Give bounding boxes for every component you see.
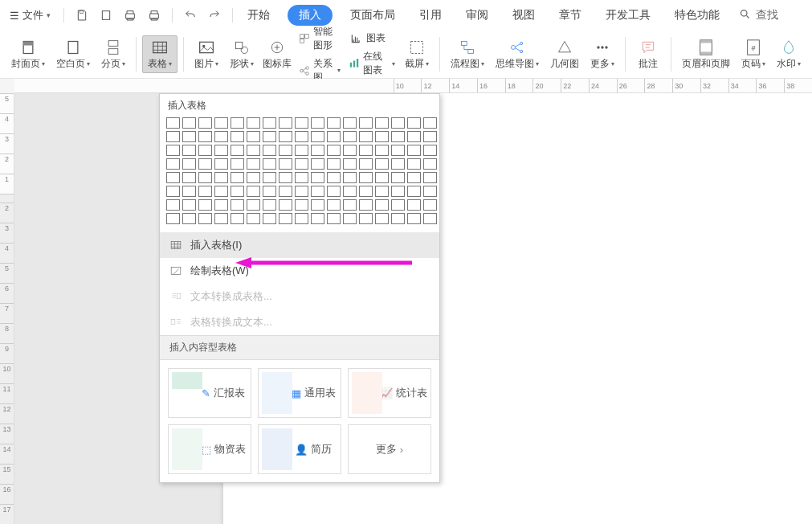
grid-cell[interactable] (279, 117, 292, 129)
grid-cell[interactable] (198, 131, 212, 142)
redo-icon[interactable] (205, 6, 224, 25)
grid-cell[interactable] (423, 158, 437, 170)
grid-cell[interactable] (231, 172, 244, 183)
document-canvas[interactable]: 插入表格 插入表格(I) 绘制表格(W) 文本转换成表格... 表格转换成文本.… (14, 93, 812, 524)
grid-cell[interactable] (279, 172, 292, 183)
grid-cell[interactable] (311, 199, 324, 211)
geometry-button[interactable]: 几何图 (545, 36, 584, 72)
grid-cell[interactable] (295, 186, 308, 197)
grid-cell[interactable] (423, 131, 437, 142)
grid-cell[interactable] (311, 131, 324, 142)
tab-special[interactable]: 特色功能 (668, 5, 726, 26)
grid-cell[interactable] (391, 199, 405, 211)
tab-developer[interactable]: 开发工具 (599, 5, 657, 26)
grid-cell[interactable] (214, 172, 228, 183)
grid-cell[interactable] (327, 131, 341, 142)
grid-cell[interactable] (311, 145, 324, 156)
tab-chapter[interactable]: 章节 (553, 5, 588, 26)
grid-cell[interactable] (327, 158, 341, 170)
grid-cell[interactable] (391, 131, 405, 142)
grid-cell[interactable] (423, 172, 437, 183)
grid-cell[interactable] (407, 213, 421, 224)
search-box[interactable]: 查找 (731, 5, 786, 26)
grid-cell[interactable] (295, 213, 308, 224)
tab-start[interactable]: 开始 (241, 5, 276, 26)
grid-cell[interactable] (263, 131, 276, 142)
grid-cell[interactable] (231, 158, 244, 170)
tab-references[interactable]: 引用 (413, 5, 448, 26)
grid-cell[interactable] (198, 199, 212, 211)
grid-cell[interactable] (359, 117, 373, 129)
screenshot-button[interactable]: 截屏▾ (400, 36, 434, 72)
grid-cell[interactable] (391, 186, 405, 197)
grid-cell[interactable] (231, 117, 244, 129)
grid-cell[interactable] (166, 145, 180, 156)
grid-cell[interactable] (295, 158, 308, 170)
grid-cell[interactable] (263, 158, 276, 170)
grid-cell[interactable] (166, 199, 180, 211)
grid-cell[interactable] (359, 213, 373, 224)
grid-cell[interactable] (423, 117, 437, 129)
template-resume[interactable]: 👤简历 (258, 424, 341, 474)
grid-cell[interactable] (247, 199, 260, 211)
grid-cell[interactable] (295, 145, 308, 156)
grid-cell[interactable] (359, 186, 373, 197)
grid-cell[interactable] (327, 213, 341, 224)
grid-cell[interactable] (375, 172, 389, 183)
grid-cell[interactable] (247, 158, 260, 170)
tab-review[interactable]: 审阅 (459, 5, 495, 26)
grid-cell[interactable] (407, 158, 421, 170)
grid-cell[interactable] (247, 117, 260, 129)
grid-cell[interactable] (359, 158, 373, 170)
file-menu-button[interactable]: ☰ 文件 ▾ (5, 6, 55, 24)
grid-cell[interactable] (311, 213, 324, 224)
grid-cell[interactable] (166, 131, 180, 142)
grid-cell[interactable] (375, 158, 389, 170)
save-icon[interactable] (72, 6, 92, 25)
grid-cell[interactable] (391, 172, 405, 183)
grid-cell[interactable] (311, 172, 324, 183)
grid-cell[interactable] (279, 213, 292, 224)
grid-cell[interactable] (182, 172, 196, 183)
table-button[interactable]: 表格▾ (142, 35, 177, 73)
grid-cell[interactable] (391, 213, 405, 224)
grid-cell[interactable] (327, 172, 341, 183)
grid-cell[interactable] (375, 145, 389, 156)
grid-cell[interactable] (343, 158, 357, 170)
grid-cell[interactable] (166, 186, 180, 197)
page-number-button[interactable]: # 页码▾ (737, 36, 770, 72)
watermark-button[interactable]: 水印▾ (772, 36, 806, 72)
comment-button[interactable]: 批注 (631, 36, 665, 72)
template-stat[interactable]: 📈统计表 (348, 368, 431, 418)
grid-cell[interactable] (407, 199, 421, 211)
grid-cell[interactable] (182, 131, 196, 142)
table-size-grid[interactable] (160, 117, 439, 232)
grid-cell[interactable] (247, 131, 260, 142)
grid-cell[interactable] (327, 199, 341, 211)
grid-cell[interactable] (182, 199, 196, 211)
grid-cell[interactable] (263, 117, 276, 129)
grid-cell[interactable] (279, 131, 292, 142)
grid-cell[interactable] (423, 145, 437, 156)
grid-cell[interactable] (214, 158, 228, 170)
grid-cell[interactable] (214, 186, 228, 197)
grid-cell[interactable] (375, 213, 389, 224)
mindmap-button[interactable]: 思维导图▾ (491, 36, 544, 72)
online-chart-button[interactable]: 在线图表 ▾ (345, 48, 398, 79)
grid-cell[interactable] (263, 199, 276, 211)
grid-cell[interactable] (327, 186, 341, 197)
grid-cell[interactable] (391, 117, 405, 129)
grid-cell[interactable] (375, 131, 389, 142)
grid-cell[interactable] (359, 172, 373, 183)
grid-cell[interactable] (375, 186, 389, 197)
grid-cell[interactable] (231, 199, 244, 211)
grid-cell[interactable] (214, 117, 228, 129)
grid-cell[interactable] (343, 213, 357, 224)
grid-cell[interactable] (327, 117, 341, 129)
grid-cell[interactable] (343, 172, 357, 183)
grid-cell[interactable] (182, 186, 196, 197)
flowchart-button[interactable]: 流程图▾ (446, 36, 489, 72)
grid-cell[interactable] (198, 186, 212, 197)
grid-cell[interactable] (423, 199, 437, 211)
grid-cell[interactable] (198, 172, 212, 183)
